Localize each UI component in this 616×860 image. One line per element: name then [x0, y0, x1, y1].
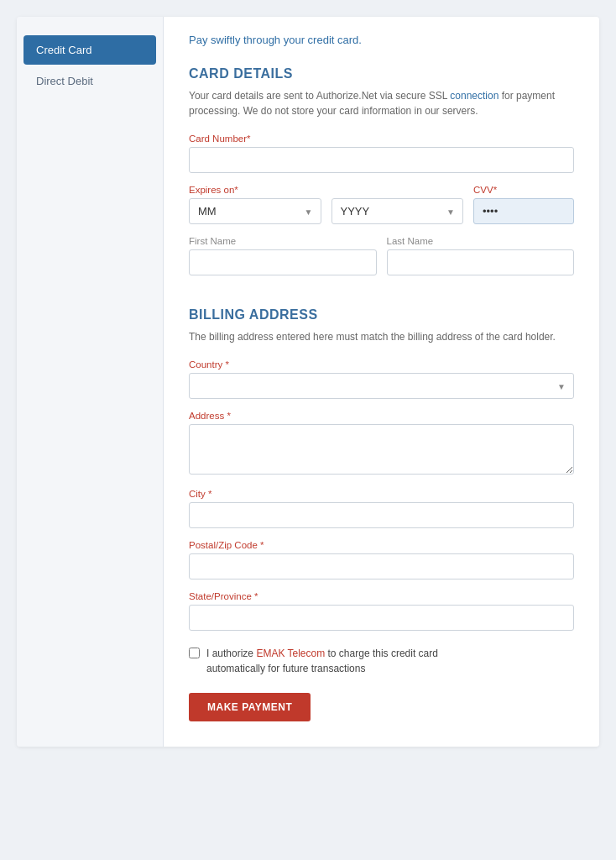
state-group: State/Province *	[189, 591, 574, 631]
last-name-input[interactable]	[387, 249, 575, 275]
card-details-title: CARD DETAILS	[189, 66, 574, 81]
postal-group: Postal/Zip Code *	[189, 540, 574, 579]
first-name-group: First Name	[189, 236, 377, 275]
billing-address-title: BILLING ADDRESS	[189, 307, 574, 322]
country-select[interactable]: United States United Kingdom Canada Aust…	[189, 373, 574, 399]
card-number-group: Card Number*	[189, 134, 574, 173]
card-number-input[interactable]	[189, 147, 574, 173]
name-row: First Name Last Name	[189, 236, 574, 287]
month-select-wrapper: MM 010203 040506 070809 101112	[189, 198, 321, 224]
authorize-highlight: EMAK Telecom	[256, 648, 325, 659]
year-select-wrapper: YYYY 202420252026 202720282029 2030	[331, 198, 464, 224]
year-select[interactable]: YYYY 202420252026 202720282029 2030	[331, 198, 464, 224]
card-details-section: CARD DETAILS Your card details are sent …	[189, 66, 574, 287]
city-input[interactable]	[189, 502, 574, 528]
last-name-group: Last Name	[387, 236, 575, 275]
first-name-label: First Name	[189, 236, 377, 246]
country-group: Country * United States United Kingdom C…	[189, 359, 574, 399]
postal-input[interactable]	[189, 553, 574, 579]
country-select-wrapper: United States United Kingdom Canada Aust…	[189, 373, 574, 399]
expires-on-group: Expires on* MM 010203 040506 070809 1011…	[189, 185, 463, 224]
month-select[interactable]: MM 010203 040506 070809 101112	[189, 198, 321, 224]
sidebar-item-credit-card[interactable]: Credit Card	[23, 35, 156, 65]
authorize-row: I authorize EMAK Telecom to charge this …	[189, 646, 574, 676]
billing-address-section: BILLING ADDRESS The billing address ente…	[189, 307, 574, 631]
desc-text-1: Your card details are sent to Authorize.…	[189, 90, 450, 102]
country-label: Country *	[189, 359, 574, 370]
last-name-label: Last Name	[387, 236, 575, 246]
make-payment-button[interactable]: MAKE PAYMENT	[189, 693, 311, 721]
first-name-input[interactable]	[189, 249, 377, 275]
cvv-label: CVV*	[473, 185, 574, 195]
cvv-input[interactable]	[473, 198, 574, 224]
sidebar: Credit Card Direct Debit	[17, 17, 164, 747]
city-group: City *	[189, 489, 574, 528]
ssl-link[interactable]: connection	[450, 90, 499, 102]
card-number-label: Card Number*	[189, 134, 574, 144]
state-label: State/Province *	[189, 591, 574, 601]
month-year-row: MM 010203 040506 070809 101112 YYYY 2024…	[189, 198, 463, 224]
sidebar-item-direct-debit[interactable]: Direct Debit	[23, 66, 156, 96]
address-label: Address *	[189, 411, 574, 421]
cvv-group: CVV*	[473, 185, 574, 224]
authorize-label[interactable]: I authorize EMAK Telecom to charge this …	[206, 646, 438, 676]
billing-address-desc: The billing address entered here must ma…	[189, 329, 574, 344]
authorize-text-prefix: I authorize	[206, 648, 256, 659]
page-subtitle: Pay swiftly through your credit card.	[189, 34, 574, 46]
authorize-checkbox[interactable]	[189, 648, 200, 658]
expires-on-label: Expires on*	[189, 185, 463, 195]
postal-label: Postal/Zip Code *	[189, 540, 574, 550]
expires-cvv-row: Expires on* MM 010203 040506 070809 1011…	[189, 185, 574, 224]
state-input[interactable]	[189, 605, 574, 631]
main-content: Pay swiftly through your credit card. CA…	[164, 17, 599, 747]
sidebar-label-direct-debit: Direct Debit	[36, 75, 93, 87]
sidebar-label-credit-card: Credit Card	[36, 44, 91, 56]
card-details-desc: Your card details are sent to Authorize.…	[189, 88, 574, 118]
city-label: City *	[189, 489, 574, 499]
address-input[interactable]	[189, 424, 574, 475]
address-group: Address *	[189, 411, 574, 477]
